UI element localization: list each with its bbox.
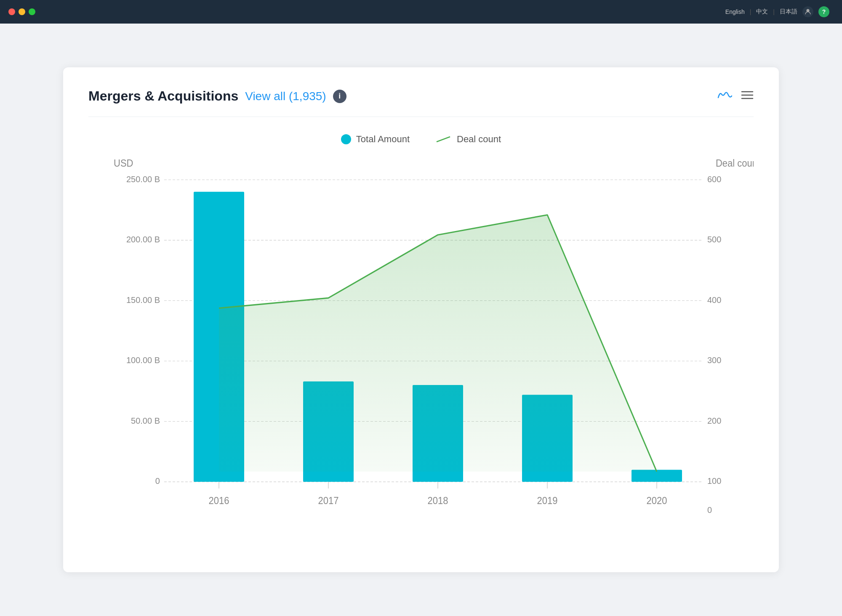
- legend-label-deal: Deal count: [457, 134, 501, 145]
- bar-2020[interactable]: [632, 470, 682, 482]
- svg-line-4: [437, 137, 450, 142]
- title-bar: English | 中文 | 日本語 ?: [0, 0, 842, 24]
- chart-legend: Total Amount Deal count: [88, 134, 754, 145]
- svg-text:0: 0: [707, 504, 712, 515]
- svg-text:2016: 2016: [209, 495, 229, 506]
- chart-container: USD Deal count 250.00 B 600 200.00 B 500…: [88, 153, 754, 553]
- svg-text:2018: 2018: [428, 495, 448, 506]
- svg-text:100.00 B: 100.00 B: [126, 355, 160, 365]
- svg-text:400: 400: [707, 295, 721, 305]
- main-content: Mergers & Acquisitions View all (1,935) …: [0, 24, 842, 616]
- help-icon[interactable]: ?: [818, 6, 829, 17]
- card-title-group: Mergers & Acquisitions View all (1,935) …: [88, 88, 346, 104]
- card-divider: [88, 117, 754, 117]
- svg-text:2020: 2020: [647, 495, 667, 506]
- svg-text:2017: 2017: [318, 495, 339, 506]
- legend-dot-total: [341, 134, 351, 144]
- minimize-button[interactable]: [19, 8, 25, 15]
- svg-text:USD: USD: [114, 158, 133, 169]
- maximize-button[interactable]: [29, 8, 35, 15]
- close-button[interactable]: [8, 8, 15, 15]
- svg-text:250.00 B: 250.00 B: [126, 174, 160, 184]
- svg-text:2019: 2019: [537, 495, 558, 506]
- svg-text:Deal count: Deal count: [716, 158, 754, 169]
- separator-1: |: [750, 8, 751, 15]
- list-view-button[interactable]: [741, 90, 754, 103]
- svg-text:0: 0: [155, 476, 160, 486]
- svg-text:200: 200: [707, 415, 721, 425]
- legend-deal-count: Deal count: [435, 134, 501, 145]
- svg-text:50.00 B: 50.00 B: [131, 415, 160, 425]
- lang-japanese[interactable]: 日本語: [780, 8, 797, 16]
- card-actions: [717, 90, 754, 103]
- lang-english[interactable]: English: [725, 8, 745, 15]
- ma-card: Mergers & Acquisitions View all (1,935) …: [63, 67, 779, 572]
- chart-svg: USD Deal count 250.00 B 600 200.00 B 500…: [88, 153, 754, 553]
- info-icon[interactable]: i: [333, 90, 346, 103]
- svg-text:100: 100: [707, 476, 721, 486]
- legend-total-amount: Total Amount: [341, 134, 410, 145]
- svg-text:150.00 B: 150.00 B: [126, 295, 160, 305]
- svg-text:200.00 B: 200.00 B: [126, 234, 160, 244]
- separator-2: |: [773, 8, 775, 15]
- legend-label-total: Total Amount: [356, 134, 410, 145]
- user-icon[interactable]: [802, 6, 813, 17]
- header-nav: English | 中文 | 日本語 ?: [725, 6, 829, 17]
- legend-line-deal: [435, 135, 452, 143]
- view-all-link[interactable]: View all (1,935): [245, 90, 326, 103]
- chart-view-button[interactable]: [717, 90, 733, 103]
- traffic-lights: [8, 8, 35, 15]
- card-title: Mergers & Acquisitions: [88, 88, 238, 104]
- svg-text:600: 600: [707, 174, 721, 184]
- card-header: Mergers & Acquisitions View all (1,935) …: [88, 88, 754, 104]
- svg-text:300: 300: [707, 355, 721, 365]
- area-fill: [219, 215, 657, 472]
- lang-chinese[interactable]: 中文: [756, 8, 768, 16]
- svg-text:500: 500: [707, 234, 721, 244]
